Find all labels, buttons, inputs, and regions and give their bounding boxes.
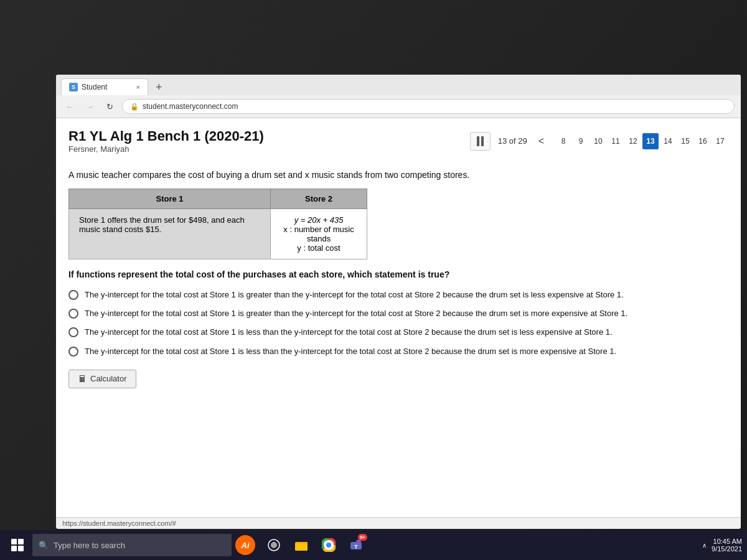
tab-label: Student <box>82 83 107 91</box>
question-prompt: A music teacher compares the cost of buy… <box>68 170 728 180</box>
page-num-14[interactable]: 14 <box>660 133 676 149</box>
reload-button[interactable]: ↻ <box>102 99 117 114</box>
answer-choice-b[interactable]: The y-intercept for the total cost at St… <box>68 308 728 319</box>
store2-formula-line1: y = 20x + 435 <box>281 215 357 225</box>
taskbar: 🔍 Type here to search Ai <box>0 530 747 560</box>
page-num-12[interactable]: 12 <box>625 133 641 149</box>
ai-label: Ai <box>242 541 250 550</box>
table-row-1: Store 1 offers the drum set for $498, an… <box>69 209 367 259</box>
screen-area: S Student × + ← → ↻ 🔒 student.masterycon… <box>56 75 741 529</box>
pause-bar-2 <box>481 136 484 146</box>
page-num-9[interactable]: 9 <box>573 133 589 149</box>
system-tray-expand[interactable]: ∧ <box>702 542 707 549</box>
page-num-8[interactable]: 8 <box>555 133 571 149</box>
active-tab[interactable]: S Student × <box>61 78 148 95</box>
svg-text:T: T <box>354 544 358 550</box>
taskbar-app-chrome[interactable] <box>316 533 341 558</box>
page-num-17[interactable]: 17 <box>712 133 728 149</box>
radio-a[interactable] <box>68 290 78 300</box>
answer-choices: The y-intercept for the total cost at St… <box>68 289 728 357</box>
calculator-icon: 🖩 <box>78 374 87 384</box>
file-explorer-icon <box>294 539 308 551</box>
lock-icon: 🔒 <box>130 103 139 111</box>
svg-point-1 <box>271 542 277 548</box>
page-title-block: R1 YL Alg 1 Bench 1 (2020-21) Fersner, M… <box>68 128 264 154</box>
pause-button[interactable] <box>470 132 491 151</box>
start-button[interactable] <box>5 533 30 558</box>
store2-formula-line2: x : number of music stands <box>281 225 357 243</box>
teams-notification-badge: 9+ <box>358 534 367 541</box>
radio-b[interactable] <box>68 309 78 319</box>
page-num-11[interactable]: 11 <box>608 133 624 149</box>
question-area: A music teacher compares the cost of buy… <box>68 164 728 394</box>
address-bar[interactable]: 🔒 student.masteryconnect.com <box>122 99 735 114</box>
choice-text-c: The y-intercept for the total cost at St… <box>85 327 613 338</box>
page-num-15[interactable]: 15 <box>677 133 693 149</box>
taskbar-app-search[interactable] <box>261 533 286 558</box>
tab-favicon: S <box>69 83 78 91</box>
header-controls: 13 of 29 < 8 9 10 11 12 13 14 15 16 17 <box>470 132 728 151</box>
page-num-16[interactable]: 16 <box>695 133 711 149</box>
taskbar-time: 10:45 AM 9/15/2021 <box>712 538 742 553</box>
choice-text-d: The y-intercept for the total cost at St… <box>85 346 616 357</box>
cortana-icon <box>268 539 280 551</box>
browser-content: R1 YL Alg 1 Bench 1 (2020-21) Fersner, M… <box>56 118 741 517</box>
radio-c[interactable] <box>68 327 78 337</box>
tab-close-button[interactable]: × <box>136 83 140 91</box>
calculator-button[interactable]: 🖩 Calculator <box>68 370 136 388</box>
store2-formula-line3: y : total cost <box>281 243 357 253</box>
choice-text-a: The y-intercept for the total cost at St… <box>85 289 624 301</box>
page-num-13[interactable]: 13 <box>642 133 659 149</box>
browser-chrome: S Student × + ← → ↻ 🔒 student.masterycon… <box>56 75 741 118</box>
new-tab-button[interactable]: + <box>151 79 167 95</box>
search-icon: 🔍 <box>39 541 49 550</box>
calculator-label: Calculator <box>90 374 127 383</box>
table-header-store1: Store 1 <box>69 189 271 209</box>
ai-badge: Ai <box>235 535 255 555</box>
taskbar-right: ∧ 10:45 AM 9/15/2021 <box>702 538 742 553</box>
search-placeholder: Type here to search <box>54 541 125 550</box>
page-title: R1 YL Alg 1 Bench 1 (2020-21) <box>68 128 264 144</box>
prev-question-button[interactable]: < <box>535 133 548 149</box>
pause-bar-1 <box>477 136 479 146</box>
student-name: Fersner, Mariyah <box>68 144 264 154</box>
windows-logo <box>11 539 24 551</box>
svg-rect-3 <box>295 544 308 551</box>
taskbar-apps: T 9+ <box>261 533 369 558</box>
clock-date: 9/15/2021 <box>712 545 742 553</box>
cortana-button[interactable]: Ai <box>234 534 256 556</box>
chrome-icon <box>322 538 336 552</box>
tab-bar: S Student × + <box>56 75 741 95</box>
answer-choice-d[interactable]: The y-intercept for the total cost at St… <box>68 346 728 357</box>
page-num-10[interactable]: 10 <box>590 133 606 149</box>
choice-text-b: The y-intercept for the total cost at St… <box>85 308 627 319</box>
radio-d[interactable] <box>68 347 78 357</box>
store2-formula: y = 20x + 435 x : number of music stands… <box>271 209 367 259</box>
address-bar-row: ← → ↻ 🔒 student.masteryconnect.com <box>56 95 741 118</box>
question-counter: 13 of 29 <box>498 136 527 146</box>
taskbar-app-file-explorer[interactable] <box>289 533 314 558</box>
url-text: student.masteryconnect.com <box>143 102 238 111</box>
clock-time: 10:45 AM <box>712 538 742 545</box>
table-header-store2: Store 2 <box>271 189 367 209</box>
taskbar-search[interactable]: 🔍 Type here to search <box>32 534 232 556</box>
question-text: If functions represent the total cost of… <box>68 269 728 279</box>
store1-description: Store 1 offers the drum set for $498, an… <box>69 209 271 259</box>
answer-choice-c[interactable]: The y-intercept for the total cost at St… <box>68 327 728 338</box>
status-url: https://student.masteryconnect.com/# <box>62 520 176 527</box>
status-bar: https://student.masteryconnect.com/# <box>56 517 741 529</box>
answer-choice-a[interactable]: The y-intercept for the total cost at St… <box>68 289 728 301</box>
page-numbers: 8 9 10 11 12 13 14 15 16 17 <box>555 133 728 149</box>
comparison-table: Store 1 Store 2 Store 1 offers the drum … <box>68 189 367 259</box>
page-header: R1 YL Alg 1 Bench 1 (2020-21) Fersner, M… <box>68 128 728 154</box>
back-button[interactable]: ← <box>62 99 77 114</box>
svg-point-5 <box>326 543 331 548</box>
forward-button[interactable]: → <box>82 99 97 114</box>
taskbar-app-teams[interactable]: T 9+ <box>344 533 369 558</box>
